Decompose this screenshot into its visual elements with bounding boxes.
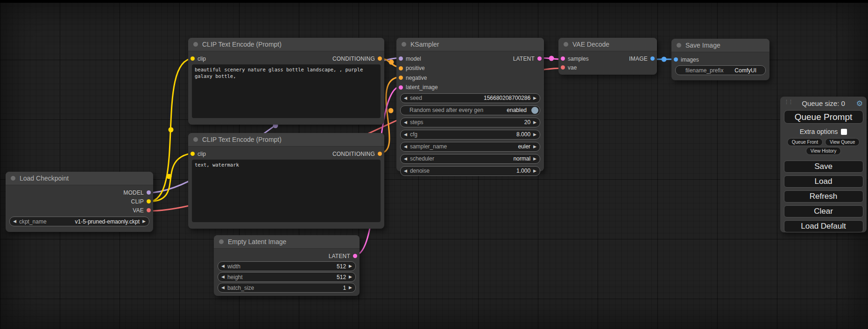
node-title: Load Checkpoint: [20, 175, 69, 182]
canvas-top-edge: [0, 0, 868, 3]
images-input-label: images: [681, 56, 699, 63]
random-seed-widget[interactable]: Random seed after every gen enabled: [400, 105, 540, 115]
scheduler-widget[interactable]: ◀ scheduler normal ▶: [400, 154, 540, 164]
node-ksampler[interactable]: KSampler model LATENT positive negative …: [396, 38, 544, 171]
refresh-button[interactable]: Refresh: [784, 190, 863, 203]
increment-arrow-icon[interactable]: ▶: [349, 286, 352, 290]
clip-output-dot[interactable]: [147, 199, 151, 203]
clear-button[interactable]: Clear: [784, 205, 863, 217]
load-default-button[interactable]: Load Default: [784, 220, 863, 232]
vae-output-dot[interactable]: [147, 208, 151, 212]
wire-clip-negative: [148, 153, 193, 202]
image-output-label: IMAGE: [629, 56, 648, 62]
samples-input-label: samples: [568, 56, 589, 62]
latent-output-dot[interactable]: [353, 254, 357, 258]
latent-image-input-dot[interactable]: [399, 85, 403, 90]
images-input-dot[interactable]: [674, 57, 678, 62]
height-widget[interactable]: ◀ height 512 ▶: [218, 272, 356, 282]
drag-handle-icon[interactable]: ⋮⋮: [784, 100, 792, 104]
node-status-dot-icon: [402, 42, 406, 47]
positive-input-dot[interactable]: [399, 66, 403, 70]
node-title-bar[interactable]: CLIP Text Encode (Prompt): [188, 38, 384, 51]
node-title: Empty Latent Image: [228, 238, 286, 245]
prompt-textarea[interactable]: beautiful scenery nature glass bottle la…: [192, 64, 381, 118]
node-title-bar[interactable]: CLIP Text Encode (Prompt): [188, 133, 384, 147]
node-clip-text-encode-negative[interactable]: CLIP Text Encode (Prompt) clip CONDITION…: [188, 133, 384, 229]
model-input-dot[interactable]: [399, 56, 403, 61]
node-status-dot-icon: [193, 137, 198, 142]
gear-icon[interactable]: ⚙: [856, 99, 863, 108]
decrement-arrow-icon[interactable]: ◀: [221, 286, 225, 290]
steps-widget[interactable]: ◀ steps 20 ▶: [400, 118, 540, 127]
denoise-widget[interactable]: ◀ denoise 1.000 ▶: [400, 166, 540, 176]
width-widget[interactable]: ◀ width 512 ▶: [218, 261, 356, 271]
vae-input-label: vae: [568, 64, 577, 71]
conditioning-output-dot[interactable]: [378, 152, 382, 156]
image-output-dot[interactable]: [650, 56, 655, 61]
increment-arrow-icon[interactable]: ▶: [349, 264, 352, 268]
node-title-bar[interactable]: Save Image: [671, 39, 769, 52]
increment-arrow-icon[interactable]: ▶: [533, 96, 536, 100]
model-input-label: model: [406, 56, 421, 62]
samples-input-dot[interactable]: [561, 56, 565, 61]
increment-arrow-icon[interactable]: ▶: [533, 157, 536, 161]
queue-prompt-button[interactable]: Queue Prompt: [784, 110, 863, 124]
conditioning-output-dot[interactable]: [378, 56, 382, 61]
increment-arrow-icon[interactable]: ▶: [533, 145, 536, 149]
latent-output-label: LATENT: [513, 56, 535, 62]
node-status-dot-icon: [219, 239, 224, 244]
view-queue-button[interactable]: View Queue: [825, 138, 860, 146]
negative-input-dot[interactable]: [399, 76, 403, 80]
wire-midpoint-dot: [662, 57, 667, 62]
node-title-bar[interactable]: Load Checkpoint: [6, 172, 153, 185]
clip-input-dot[interactable]: [191, 152, 195, 156]
node-empty-latent-image[interactable]: Empty Latent Image LATENT ◀ width 512 ▶ …: [214, 235, 360, 296]
seed-widget[interactable]: ◀ seed 156680208700286 ▶: [400, 93, 540, 103]
model-output-dot[interactable]: [147, 190, 151, 195]
increment-arrow-icon[interactable]: ▶: [533, 169, 536, 173]
decrement-arrow-icon[interactable]: ◀: [221, 264, 225, 268]
random-seed-toggle[interactable]: [531, 107, 538, 114]
increment-arrow-icon[interactable]: ▶: [533, 120, 536, 125]
decrement-arrow-icon[interactable]: ◀: [221, 275, 225, 279]
increment-arrow-icon[interactable]: ▶: [349, 275, 352, 279]
node-title-bar[interactable]: Empty Latent Image: [214, 235, 360, 249]
clip-input-dot[interactable]: [191, 56, 195, 61]
node-title-bar[interactable]: KSampler: [396, 38, 544, 51]
vae-input-dot[interactable]: [561, 65, 565, 70]
prompt-textarea[interactable]: text, watermark: [192, 160, 381, 222]
view-history-button[interactable]: View History: [806, 147, 841, 155]
cfg-widget[interactable]: ◀ cfg 8.000 ▶: [400, 130, 540, 140]
sampler-name-widget[interactable]: ◀ sampler_name euler ▶: [400, 142, 540, 152]
increment-arrow-icon[interactable]: ▶: [142, 219, 146, 224]
node-load-checkpoint[interactable]: Load Checkpoint MODEL CLIP VAE ◀ ckpt_na…: [6, 172, 153, 232]
filename-prefix-widget[interactable]: filename_prefix ComfyUI: [675, 65, 766, 75]
latent-output-dot[interactable]: [537, 56, 542, 61]
extra-options-label: Extra options: [800, 128, 838, 135]
node-title-bar[interactable]: VAE Decode: [558, 38, 657, 51]
increment-arrow-icon[interactable]: ▶: [533, 133, 536, 137]
decrement-arrow-icon[interactable]: ◀: [404, 145, 407, 149]
load-button[interactable]: Load: [784, 175, 863, 188]
decrement-arrow-icon[interactable]: ◀: [404, 157, 407, 161]
conditioning-output-label: CONDITIONING: [332, 151, 375, 157]
node-graph-canvas[interactable]: Load Checkpoint MODEL CLIP VAE ◀ ckpt_na…: [0, 0, 868, 329]
batch-size-widget[interactable]: ◀ batch_size 1 ▶: [218, 283, 356, 293]
extra-options-checkbox[interactable]: [841, 129, 847, 135]
ckpt-name-widget[interactable]: ◀ ckpt_name v1-5-pruned-emaonly.ckpt ▶: [9, 217, 149, 226]
decrement-arrow-icon[interactable]: ◀: [404, 133, 407, 137]
decrement-arrow-icon[interactable]: ◀: [404, 120, 407, 125]
node-title: VAE Decode: [572, 41, 609, 48]
queue-front-button[interactable]: Queue Front: [787, 138, 823, 146]
save-button[interactable]: Save: [784, 161, 863, 173]
node-clip-text-encode-positive[interactable]: CLIP Text Encode (Prompt) clip CONDITION…: [188, 38, 384, 125]
wire-midpoint-dot: [389, 60, 394, 65]
latent-image-input-label: latent_image: [406, 84, 438, 91]
node-vae-decode[interactable]: VAE Decode samples IMAGE vae: [558, 38, 657, 75]
node-save-image[interactable]: Save Image images filename_prefix ComfyU…: [671, 39, 769, 80]
decrement-arrow-icon[interactable]: ◀: [404, 169, 407, 173]
decrement-arrow-icon[interactable]: ◀: [404, 96, 407, 100]
node-title: Save Image: [685, 42, 720, 49]
clip-input-label: clip: [198, 151, 206, 157]
decrement-arrow-icon[interactable]: ◀: [13, 219, 16, 224]
